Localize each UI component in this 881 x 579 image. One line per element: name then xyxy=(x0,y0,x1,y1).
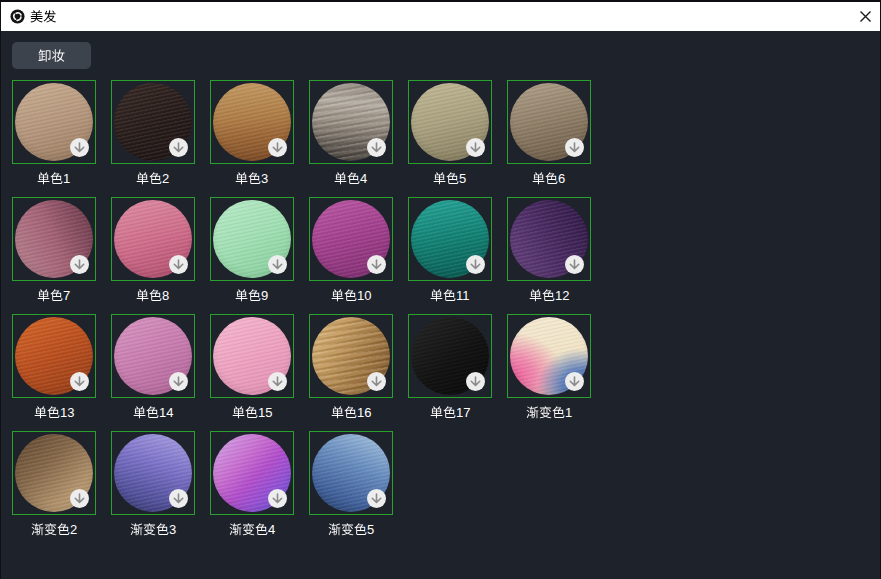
svg-text:11: 11 xyxy=(456,288,470,303)
svg-text:13: 13 xyxy=(60,405,74,420)
svg-text:10: 10 xyxy=(357,288,371,303)
svg-text:5: 5 xyxy=(367,522,374,537)
svg-text:6: 6 xyxy=(558,171,565,186)
svg-text:3: 3 xyxy=(261,171,268,186)
svg-text:3: 3 xyxy=(169,522,176,537)
svg-text:7: 7 xyxy=(63,288,70,303)
svg-text:14: 14 xyxy=(159,405,173,420)
svg-text:1: 1 xyxy=(565,405,572,420)
svg-text:4: 4 xyxy=(268,522,275,537)
svg-text:9: 9 xyxy=(261,288,268,303)
svg-text:17: 17 xyxy=(456,405,470,420)
svg-text:15: 15 xyxy=(258,405,272,420)
svg-text:4: 4 xyxy=(360,171,367,186)
svg-text:8: 8 xyxy=(162,288,169,303)
svg-text:16: 16 xyxy=(357,405,371,420)
svg-text:2: 2 xyxy=(70,522,77,537)
svg-text:5: 5 xyxy=(459,171,466,186)
svg-text:12: 12 xyxy=(555,288,569,303)
svg-text:2: 2 xyxy=(162,171,169,186)
svg-text:1: 1 xyxy=(63,171,70,186)
